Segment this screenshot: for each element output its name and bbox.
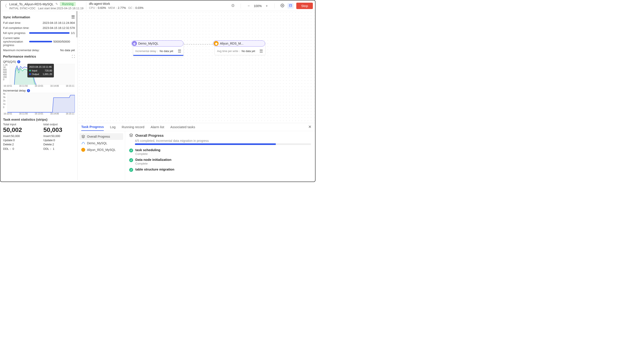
last-start-time: 2023-04-15 16:11:19 bbox=[57, 6, 84, 10]
svg-marker-5 bbox=[82, 135, 85, 136]
stat-line: Insert:50,000 bbox=[3, 134, 35, 138]
target-node[interactable]: ◉ Aliyun_RDS_M... Avg time per write： No… bbox=[215, 42, 265, 55]
target-node-name: Aliyun_RDS_M... bbox=[220, 42, 243, 45]
stat-line: Insert:50,000 bbox=[44, 134, 75, 138]
info-icon[interactable]: i bbox=[17, 60, 20, 63]
zoom-in-button[interactable]: + bbox=[264, 4, 269, 8]
tooltip-output-label: Output bbox=[32, 73, 39, 76]
expand-icon[interactable]: ⛶ bbox=[72, 55, 75, 58]
collapse-icon[interactable] bbox=[230, 4, 235, 8]
stop-button[interactable]: Stop bbox=[296, 3, 313, 9]
step-status: Complete bbox=[135, 152, 160, 156]
progress-side-item[interactable]: Demo_MySQL bbox=[80, 140, 123, 146]
tick: 16:15:11 bbox=[66, 85, 74, 87]
source-node[interactable]: ◐ Demo_MySQL Incremental delay： No data … bbox=[133, 42, 184, 57]
tooltip-input-label: Input bbox=[32, 69, 37, 72]
sync-info-heading: Sync information bbox=[3, 15, 30, 19]
tick: 1s bbox=[3, 103, 6, 105]
task-title: Local_To_Aliyun-RDS-MySQL bbox=[9, 2, 54, 6]
divider bbox=[86, 2, 86, 10]
edit-icon[interactable]: ✎ bbox=[55, 2, 58, 6]
node-progress-bar bbox=[133, 55, 183, 56]
check-icon: ✓ bbox=[129, 158, 133, 162]
list-icon[interactable]: ☰ bbox=[71, 14, 75, 20]
delay-label: Incremental delay bbox=[3, 89, 26, 92]
tab-log[interactable]: Log bbox=[110, 125, 116, 130]
table-sync-label: Current table synchronization progress bbox=[3, 36, 27, 47]
sidebar: Sync information ☰ Full start time:2023-… bbox=[1, 11, 78, 180]
src-metric-label: Incremental delay： bbox=[135, 50, 159, 53]
progress-side-item[interactable]: Overall Progress bbox=[80, 133, 123, 140]
tgt-metric-label: Avg time per write： bbox=[217, 50, 241, 53]
mysql-icon: ◐ bbox=[132, 41, 137, 46]
mysql-icon bbox=[81, 141, 85, 145]
tab-associated-tasks[interactable]: Associated tasks bbox=[170, 125, 195, 130]
qps-label: QPS(Q/S) bbox=[3, 60, 16, 63]
tab-alarm-list[interactable]: Alarm list bbox=[151, 125, 164, 130]
src-metric-value: No data yet bbox=[160, 50, 173, 53]
overall-subtitle: 4/5 completed, Incremental data migratio… bbox=[135, 139, 311, 142]
list-icon[interactable]: ☰ bbox=[259, 49, 263, 54]
aliyun-icon bbox=[81, 148, 85, 152]
max-delay-value: No data yet bbox=[60, 48, 75, 52]
progress-sidebar: Overall ProgressDemo_MySQLAliyun_RDS_MyS… bbox=[78, 131, 125, 180]
perf-heading: Performance metrics bbox=[3, 54, 36, 58]
cpu-label: CPU： bbox=[89, 6, 98, 10]
tick: 16:10:51 bbox=[4, 85, 12, 87]
full-start-label: Full start time: bbox=[3, 21, 21, 25]
panel-toggle-icon[interactable] bbox=[287, 3, 294, 8]
stat-line: Delete:2 bbox=[44, 143, 75, 146]
table-sync-bar bbox=[29, 41, 52, 42]
qps-tooltip: 2023-04-15 16:11:46 Input720.00 Output1,… bbox=[27, 64, 54, 78]
last-start-label: Last start time: bbox=[38, 6, 57, 10]
pipeline-canvas[interactable]: ◐ Demo_MySQL Incremental delay： No data … bbox=[78, 11, 315, 123]
tab-task-progress[interactable]: Task Progress bbox=[81, 125, 104, 131]
source-node-name: Demo_MySQL bbox=[138, 42, 159, 45]
output-stats: total output 50,003 Insert:50,000Update:… bbox=[44, 123, 75, 151]
input-label: Total input bbox=[3, 123, 35, 126]
output-label: total output bbox=[44, 123, 75, 126]
overall-title: Overall Progress bbox=[135, 134, 164, 138]
full-sync-label: full sync progress bbox=[3, 31, 27, 35]
back-button[interactable]: 〈 bbox=[3, 3, 7, 9]
tick: 16:13:01 bbox=[35, 112, 43, 115]
progress-side-item[interactable]: Aliyun_RDS_MySQL bbox=[80, 146, 123, 153]
mem-value: 2.77% bbox=[118, 6, 126, 10]
status-badge: Running bbox=[60, 2, 76, 6]
ps-item-label: Demo_MySQL bbox=[87, 142, 107, 145]
tick: 400 bbox=[3, 74, 8, 76]
stat-line: DDL： 1 bbox=[44, 147, 75, 151]
tab-running-record[interactable]: Running record bbox=[122, 125, 144, 130]
close-panel-button[interactable]: ✕ bbox=[308, 124, 311, 129]
tick: 16:14:06 bbox=[50, 85, 59, 87]
check-icon: ✓ bbox=[129, 168, 133, 172]
max-delay-label: Maximum incremental delay: bbox=[3, 48, 40, 52]
tick: 16:13:01 bbox=[35, 85, 43, 87]
zoom-out-button[interactable]: − bbox=[246, 4, 251, 8]
full-start-value: 2023-04-15 16:11:24.904 bbox=[43, 21, 75, 25]
tick: 16:11:56 bbox=[19, 85, 28, 87]
settings-icon[interactable] bbox=[280, 4, 285, 8]
scrollbar[interactable] bbox=[76, 11, 78, 38]
tick: 0 bbox=[3, 106, 6, 108]
info-icon[interactable]: i bbox=[27, 89, 30, 92]
tick: 2s bbox=[3, 100, 6, 102]
tick: 1K bbox=[3, 66, 8, 68]
list-icon[interactable]: ☰ bbox=[178, 49, 181, 54]
stat-line: Delete:2 bbox=[3, 143, 35, 146]
full-sync-bar bbox=[29, 32, 70, 34]
qps-chart: 1.2K1K8006004002000 2023-04-15 16:11:46 … bbox=[3, 64, 75, 85]
task-title-block: Local_To_Aliyun-RDS-MySQL ✎ Running INIT… bbox=[9, 2, 84, 10]
agent-name: dfs-agent-Work bbox=[89, 2, 144, 6]
check-icon: ✓ bbox=[129, 148, 133, 152]
full-sync-value: 1/1 bbox=[71, 31, 75, 35]
tooltip-time: 2023-04-15 16:11:46 bbox=[29, 65, 52, 69]
gc-label: GC： bbox=[128, 6, 135, 10]
delay-chart: 4s3s2s1s0 bbox=[3, 93, 75, 112]
tick: 600 bbox=[3, 71, 8, 74]
input-total: 50,002 bbox=[3, 126, 35, 134]
progress-main: Overall Progress 4/5 completed, Incremen… bbox=[125, 131, 315, 180]
full-complete-label: Full completion time: bbox=[3, 26, 29, 30]
zoom-level: 100% bbox=[254, 4, 262, 8]
divider bbox=[274, 4, 275, 8]
